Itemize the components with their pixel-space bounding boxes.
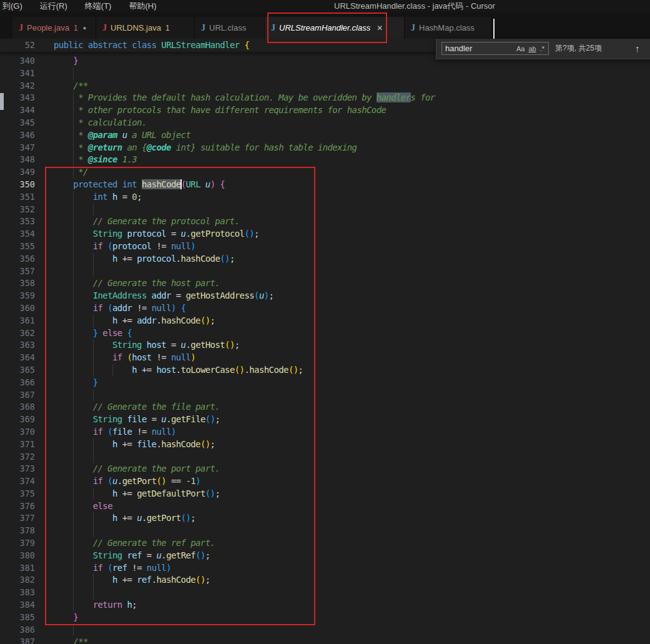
- code-text: String ref = u.getRef();: [35, 550, 650, 562]
- code-text: h += file.hashCode();: [35, 438, 650, 451]
- code-text: return h;: [35, 599, 650, 612]
- line-number: 383: [0, 587, 35, 599]
- menu-item-0[interactable]: 到(G): [0, 0, 31, 12]
- indent-guide: [73, 463, 74, 475]
- code-line: 357: [0, 265, 650, 278]
- indent-guide: [73, 290, 74, 302]
- indent-guide: [73, 401, 74, 414]
- find-input[interactable]: [442, 44, 516, 53]
- line-number: 363: [0, 339, 35, 352]
- code-text: int h = 0;: [35, 191, 650, 204]
- line-number: 361: [0, 315, 35, 327]
- code-line: 356 h += protocol.hashCode();: [0, 253, 650, 265]
- line-number: 342: [0, 80, 35, 92]
- code-text: [35, 587, 650, 599]
- indent-guide: [73, 562, 74, 575]
- code-editor[interactable]: 52 public abstract class URLStreamHandle…: [0, 39, 650, 644]
- code-line: 366 }: [0, 377, 650, 389]
- indent-guide: [93, 253, 94, 265]
- code-line: 365 h += host.toLowerCase().hashCode();: [0, 364, 650, 377]
- indent-guide: [73, 475, 74, 488]
- indent-guide: [73, 104, 74, 117]
- whole-word-icon[interactable]: ab: [528, 45, 536, 52]
- code-line: 383: [0, 587, 650, 599]
- tab-label: HashMap.class: [419, 23, 475, 32]
- code-lines: 340 }341342 /**343 * Provides the defaul…: [0, 55, 650, 644]
- code-text: [35, 624, 650, 637]
- match-case-icon[interactable]: Aa: [516, 45, 524, 52]
- java-file-icon: J: [271, 23, 275, 33]
- indent-guide: [73, 315, 74, 327]
- code-text: */: [35, 166, 650, 179]
- code-text: // Generate the host part.: [35, 277, 650, 290]
- regex-icon[interactable]: .*: [540, 45, 544, 52]
- indent-guide: [73, 129, 74, 142]
- line-number: 375: [0, 488, 35, 500]
- code-text: protected int hashCode(URL u) {: [35, 179, 650, 191]
- previous-match-arrow-icon[interactable]: ↑: [635, 39, 640, 58]
- cursor-window: { "window": { "title": "URLStreamHandler…: [0, 0, 650, 644]
- menu-item-2[interactable]: 终端(T): [76, 0, 121, 12]
- menu-item-3[interactable]: 帮助(H): [120, 0, 165, 12]
- tab-URLDNS.java[interactable]: JURLDNS.java1: [96, 17, 195, 39]
- close-icon[interactable]: ✕: [377, 24, 383, 32]
- code-text: h += ref.hashCode();: [35, 574, 650, 587]
- tab-label: People.java: [27, 23, 69, 32]
- code-text: if (file != null): [35, 426, 650, 438]
- line-number: 346: [0, 129, 35, 142]
- java-file-icon: J: [411, 23, 415, 33]
- code-line: 354 String protocol = u.getProtocol();: [0, 228, 650, 240]
- indent-guide: [93, 438, 94, 451]
- tab-HashMap.class[interactable]: JHashMap.class: [405, 17, 492, 39]
- indent-guide: [93, 574, 94, 587]
- vertical-divider-line: [493, 19, 495, 39]
- line-number: 368: [0, 401, 35, 414]
- code-text: // Generate the file part.: [35, 401, 650, 414]
- line-number: 359: [0, 290, 35, 302]
- code-line: 371 h += file.hashCode();: [0, 438, 650, 451]
- code-line: 355 if (protocol != null): [0, 240, 650, 253]
- indent-guide: [93, 488, 94, 500]
- tab-URL.class[interactable]: JURL.class: [195, 17, 265, 39]
- code-text: if (addr != null) {: [35, 302, 650, 315]
- code-line: 384 return h;: [0, 599, 650, 612]
- line-number: 356: [0, 253, 35, 265]
- indent-guide: [73, 500, 74, 513]
- code-line: 382 h += ref.hashCode();: [0, 574, 650, 587]
- line-number: 345: [0, 117, 35, 129]
- indent-guide: [73, 537, 74, 550]
- indent-guide: [93, 339, 94, 352]
- code-line: 385 }: [0, 612, 650, 624]
- code-line: 348 * @since 1.3: [0, 154, 650, 166]
- indent-guide: [73, 624, 74, 637]
- code-text: // Generate the ref part.: [35, 537, 650, 550]
- line-number: 374: [0, 475, 35, 488]
- code-text: String host = u.getHost();: [35, 339, 650, 352]
- code-text: }: [35, 377, 650, 389]
- code-text: if (protocol != null): [35, 240, 650, 253]
- code-text: h += host.toLowerCase().hashCode();: [35, 364, 650, 377]
- code-text: h += getDefaultPort();: [35, 488, 650, 500]
- indent-guide: [73, 574, 74, 587]
- indent-guide: [73, 228, 74, 240]
- indent-guide: [73, 426, 74, 438]
- indent-guide: [93, 265, 94, 278]
- find-input-box: Aa ab .*: [441, 42, 549, 55]
- indent-guide: [73, 414, 74, 426]
- code-line: 344 * other protocols that have differen…: [0, 104, 650, 117]
- indent-guide: [73, 191, 74, 204]
- code-line: 347 * @return an {@code int} suitable fo…: [0, 142, 650, 154]
- code-text: * @param u a URL object: [35, 129, 650, 142]
- menu-item-1[interactable]: 运行(R): [31, 0, 76, 12]
- tab-URLStreamHandler.class[interactable]: JURLStreamHandler.class✕: [265, 17, 405, 39]
- code-line: 381 if (ref != null): [0, 562, 650, 575]
- line-number: 343: [0, 92, 35, 104]
- code-text: * @return an {@code int} suitable for ha…: [35, 142, 650, 154]
- code-text: h += u.getPort();: [35, 512, 650, 525]
- indent-guide: [93, 364, 94, 377]
- tab-People.java[interactable]: JPeople.java1●: [12, 17, 96, 39]
- code-text: [35, 204, 650, 216]
- code-line: 345 * calculation.: [0, 117, 650, 129]
- line-number: 376: [0, 500, 35, 513]
- indent-guide: [73, 154, 74, 166]
